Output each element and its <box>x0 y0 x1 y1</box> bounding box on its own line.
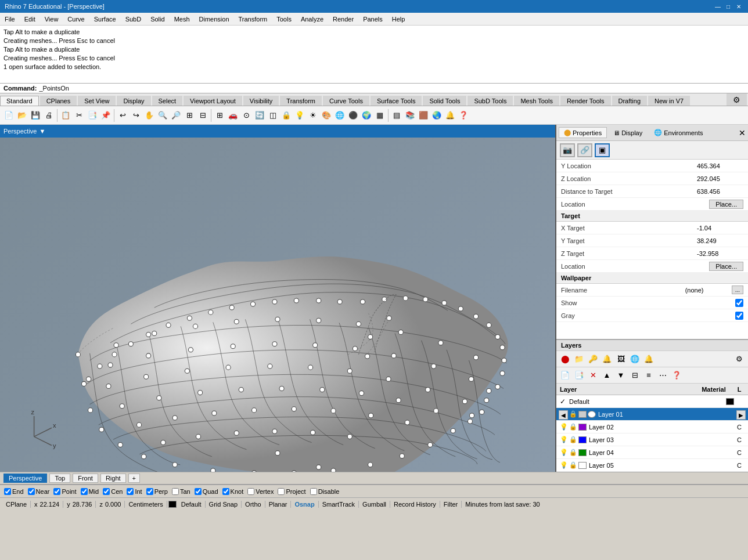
menu-analyze[interactable]: Analyze <box>296 15 328 24</box>
new-icon[interactable]: 📄 <box>2 109 15 122</box>
library-icon[interactable]: 📚 <box>404 109 416 122</box>
osnap-item-perp[interactable]: Perp <box>145 488 170 495</box>
layer-bulb-05[interactable]: 💡 <box>560 461 568 469</box>
viewport-4-icon[interactable]: ⊞ <box>213 109 226 122</box>
help-icon[interactable]: ❓ <box>457 109 470 122</box>
undo-icon[interactable]: ↩ <box>116 109 129 122</box>
rect-icon-btn[interactable]: ▣ <box>595 143 610 157</box>
layer-filter-icon[interactable]: ⊟ <box>628 369 641 382</box>
osnap-project-checkbox[interactable] <box>278 488 285 495</box>
layer-lock-02[interactable]: 🔒 <box>569 423 577 431</box>
layer-icon-bell[interactable]: 🔔 <box>600 353 613 366</box>
osnap-item-quad[interactable]: Quad <box>193 488 220 495</box>
menu-dimension[interactable]: Dimension <box>195 15 234 24</box>
menu-surface[interactable]: Surface <box>89 15 121 24</box>
vp-tab-top[interactable]: Top <box>49 474 70 483</box>
osnap-int-checkbox[interactable] <box>127 488 134 495</box>
layer-more-icon[interactable]: ⋯ <box>656 369 669 382</box>
layer-match-icon[interactable]: ≡ <box>642 369 655 382</box>
layer-row-03[interactable]: 💡 🔒 Layer 03 C <box>556 433 748 446</box>
layer-delete-icon[interactable]: ✕ <box>587 369 599 382</box>
filename-browse-btn[interactable]: ... <box>732 286 743 294</box>
tab-new-in-v7[interactable]: New in V7 <box>648 96 690 106</box>
osnap-knot-checkbox[interactable] <box>222 488 229 495</box>
place-btn-1[interactable]: Place... <box>709 200 743 209</box>
right-panel-scroll-left[interactable]: ◀ <box>559 410 568 420</box>
osnap-item-disable[interactable]: Disable <box>308 488 341 495</box>
menu-render[interactable]: Render <box>328 15 358 24</box>
osnap-point-checkbox[interactable] <box>53 488 60 495</box>
tab-solid-tools[interactable]: Solid Tools <box>423 96 466 106</box>
layer-icon-key[interactable]: 🔑 <box>587 353 599 366</box>
tab-drafting[interactable]: Drafting <box>612 96 648 106</box>
layer-lock-05[interactable]: 🔒 <box>569 461 577 469</box>
print-icon[interactable]: 🖨 <box>42 109 55 122</box>
texture-icon[interactable]: ▦ <box>373 109 386 122</box>
layer-row-default[interactable]: ✓ Default <box>556 395 748 408</box>
gray-checkbox[interactable] <box>735 312 743 320</box>
copy-icon[interactable]: 📑 <box>86 109 99 122</box>
show-checkbox[interactable] <box>735 299 743 307</box>
snap-icon[interactable]: ⊙ <box>240 109 253 122</box>
viewport-dropdown-icon[interactable]: ▼ <box>39 128 45 135</box>
layer-row-02[interactable]: 💡 🔒 Layer 02 C <box>556 421 748 433</box>
cut-icon[interactable]: ✂ <box>73 109 85 122</box>
render-icon[interactable]: 🎨 <box>320 109 333 122</box>
layer-help2-icon[interactable]: ❓ <box>670 369 683 382</box>
zoom-win-icon[interactable]: ⊞ <box>183 109 196 122</box>
menu-view[interactable]: View <box>40 15 63 24</box>
tab-render-tools[interactable]: Render Tools <box>560 96 611 106</box>
osnap-tan-checkbox[interactable] <box>172 488 179 495</box>
tab-cplanes[interactable]: CPlanes <box>40 96 77 106</box>
layer-icon-red-circle[interactable]: ⬤ <box>559 353 571 366</box>
sun-icon[interactable]: ☀ <box>307 109 319 122</box>
tab-select[interactable]: Select <box>152 96 183 106</box>
layer-row-01[interactable]: 💡 🔒 Layer 01 C <box>556 408 748 421</box>
light-icon[interactable]: 💡 <box>293 109 306 122</box>
command-input[interactable] <box>39 85 745 92</box>
osnap-item-mid[interactable]: Mid <box>79 488 101 495</box>
panel-tab-properties[interactable]: ⬤ Properties <box>559 127 607 138</box>
osnap-item-knot[interactable]: Knot <box>221 488 246 495</box>
properties-icon[interactable]: 📋 <box>59 109 72 122</box>
menu-solid[interactable]: Solid <box>146 15 169 24</box>
vp-tab-perspective[interactable]: Perspective <box>3 474 47 483</box>
layer-up-icon[interactable]: ▲ <box>600 369 613 382</box>
layer-icon-bell2[interactable]: 🔔 <box>642 353 655 366</box>
layer-icon[interactable]: ◫ <box>267 109 279 122</box>
osnap-item-project[interactable]: Project <box>276 488 307 495</box>
menu-edit[interactable]: Edit <box>20 15 40 24</box>
menu-subd[interactable]: SubD <box>121 15 146 24</box>
filter-btn[interactable]: Filter <box>440 501 462 508</box>
osnap-vertex-checkbox[interactable] <box>247 488 254 495</box>
tab-surface-tools[interactable]: Surface Tools <box>371 96 422 106</box>
layer-icon-image[interactable]: 🖼 <box>614 353 627 366</box>
lock-icon[interactable]: 🔒 <box>280 109 293 122</box>
layers-panel-icon[interactable]: ▤ <box>390 109 403 122</box>
layer-row-05[interactable]: 💡 🔒 Layer 05 C <box>556 459 748 472</box>
osnap-cen-checkbox[interactable] <box>103 488 110 495</box>
pan-icon[interactable]: ✋ <box>143 109 156 122</box>
osnap-quad-checkbox[interactable] <box>195 488 202 495</box>
menu-file[interactable]: File <box>0 15 20 24</box>
grid-snap-btn[interactable]: Grid Snap <box>206 501 242 508</box>
smarttrack-btn[interactable]: SmartTrack <box>319 501 359 508</box>
osnap-near-checkbox[interactable] <box>28 488 35 495</box>
tab-curve-tools[interactable]: Curve Tools <box>323 96 369 106</box>
zoom-ext-icon[interactable]: 🔎 <box>170 109 182 122</box>
save-icon[interactable]: 💾 <box>29 109 42 122</box>
tab-visibility[interactable]: Visibility <box>243 96 279 106</box>
osnap-perp-checkbox[interactable] <box>146 488 153 495</box>
ortho-btn[interactable]: Ortho <box>242 501 265 508</box>
bell-icon[interactable]: 🔔 <box>444 109 456 122</box>
menu-panels[interactable]: Panels <box>358 15 387 24</box>
zoom-in-icon[interactable]: 🔍 <box>156 109 169 122</box>
menu-tools[interactable]: Tools <box>272 15 296 24</box>
zoom-all-icon[interactable]: ⊟ <box>196 109 209 122</box>
viewport-header[interactable]: Perspective ▼ <box>0 125 555 138</box>
panel-tab-display[interactable]: 🖥 Display <box>608 127 648 138</box>
planet-icon[interactable]: 🌍 <box>360 109 373 122</box>
redo-icon[interactable]: ↪ <box>130 109 142 122</box>
layer-lock-01[interactable]: 🔒 <box>569 410 577 418</box>
menu-curve[interactable]: Curve <box>63 15 89 24</box>
